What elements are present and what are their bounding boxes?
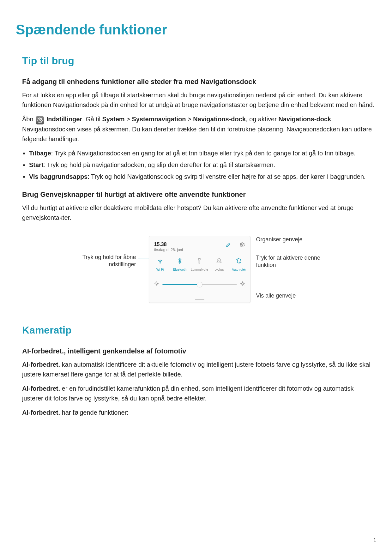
callout-right-show-all: Vis alle genveje	[256, 292, 332, 299]
path-sysnav: Systemnavigation	[132, 116, 186, 123]
bullet-bg-t: : Tryk og hold Navigationsdock og svirp …	[87, 173, 365, 180]
section-tip-heading: Tip til brug	[22, 53, 376, 69]
svg-line-24	[244, 285, 244, 285]
bullet-tilbage-t: : Tryk på Navigationsdocken en gang for …	[51, 150, 356, 157]
ai-p3: AI-forbedret. har følgende funktioner:	[22, 408, 376, 418]
notification-panel: 15.38 tirsdag d. 26. juni Wi-Fi Bluetoot…	[149, 236, 250, 303]
ai-p3-b: AI-forbedret.	[22, 409, 60, 416]
subheading-navdock: Få adgang til enhedens funktioner alle s…	[22, 76, 376, 87]
bullet-baggrund: Vis baggrundsapps: Tryk og hold Navigati…	[29, 172, 376, 182]
callout-left-hold-settings: Tryk og hold for åbne Indstillinger	[57, 254, 136, 268]
wifi-icon	[156, 257, 164, 265]
svg-point-0	[39, 120, 41, 121]
callout-right-organize: Organiser genveje	[256, 236, 332, 243]
quick-tiles-row: Wi-Fi Bluetooth Lommelygte Lydløs Auto-r…	[149, 257, 250, 272]
panel-drag-handle[interactable]	[195, 299, 204, 300]
sun-low-icon	[154, 280, 159, 289]
autorotate-icon	[235, 257, 243, 265]
brightness-knob[interactable]	[197, 282, 202, 287]
navdock-bold: Navigations-dock	[278, 116, 331, 123]
bullet-start: Start: Tryk og hold på navigationsdocken…	[29, 160, 376, 170]
section-camera-heading: Kameratip	[22, 322, 376, 338]
svg-line-17	[158, 282, 158, 282]
tile-silent[interactable]: Lydløs	[210, 257, 228, 272]
svg-line-26	[244, 282, 244, 282]
svg-line-14	[155, 282, 155, 282]
panel-date: tirsdag d. 26. juni	[154, 247, 183, 253]
bullet-start-b: Start	[29, 161, 44, 168]
ai-p2-b: AI-forbedret.	[22, 385, 60, 392]
ai-p2-t: er en forudindstillet kamerafunktion på …	[22, 385, 353, 402]
panel-top-icons	[226, 242, 245, 250]
edit-icon[interactable]	[226, 242, 231, 250]
tile-autorot-label: Auto-rotér	[232, 267, 246, 272]
sun-high-icon	[240, 280, 245, 289]
flashlight-icon	[196, 257, 203, 265]
navdock-bullets: Tilbage: Tryk på Navigationsdocken en ga…	[22, 148, 376, 182]
settings-app-icon	[36, 116, 44, 124]
svg-line-23	[241, 282, 241, 282]
settings-app-name: Indstillinger	[46, 116, 82, 123]
shortcut-panel-diagram: 15.38 tirsdag d. 26. juni Wi-Fi Bluetoot…	[57, 235, 335, 305]
brightness-slider[interactable]	[154, 280, 245, 289]
sep2: >	[186, 116, 193, 123]
navdock-open-paragraph: Åbn Indstillinger. Gå til System > Syste…	[22, 114, 376, 144]
svg-point-5	[241, 244, 243, 246]
shortcuts-paragraph: Vil du hurtigt at aktivere eller deaktiv…	[22, 203, 376, 223]
ai-p2: AI-forbedret. er en forudindstillet kame…	[22, 384, 376, 403]
svg-line-15	[158, 285, 158, 285]
tile-flash-label: Lommelygte	[191, 267, 208, 272]
gear-icon[interactable]	[239, 242, 245, 250]
svg-line-25	[241, 285, 241, 285]
svg-rect-8	[237, 258, 241, 263]
sep1: >	[125, 116, 132, 123]
ai-p1-b: AI-forbedret.	[22, 361, 60, 368]
page-number: 1	[373, 537, 376, 545]
svg-point-9	[156, 283, 157, 284]
bullet-bg-b: Vis baggrundsapps	[29, 173, 87, 180]
tile-wifi[interactable]: Wi-Fi	[151, 257, 169, 272]
tile-silent-label: Lydløs	[214, 267, 224, 272]
bluetooth-icon	[176, 257, 184, 265]
bullet-tilbage: Tilbage: Tryk på Navigationsdocken en ga…	[29, 148, 376, 158]
tile-flashlight[interactable]: Lommelygte	[190, 257, 208, 272]
svg-point-6	[160, 262, 160, 263]
brightness-track[interactable]	[162, 284, 237, 285]
tile-bluetooth[interactable]: Bluetooth	[171, 257, 189, 272]
ai-p1-t: kan automatisk identificere dit aktuelle…	[22, 361, 371, 378]
tile-autorotate[interactable]: Auto-rotér	[230, 257, 248, 272]
bullet-start-t: : Tryk og hold på navigationsdocken, og …	[44, 161, 275, 168]
subheading-shortcuts: Brug Genvejsknapper til hurtigt at aktiv…	[22, 189, 376, 200]
path-system: System	[102, 116, 124, 123]
svg-point-18	[241, 283, 244, 285]
page-title: Spændende funktioner	[16, 19, 376, 40]
open-text-a: . Gå til	[82, 116, 102, 123]
ai-p3-t: har følgende funktioner:	[60, 409, 129, 416]
tile-bt-label: Bluetooth	[173, 267, 186, 272]
tile-wifi-label: Wi-Fi	[156, 267, 164, 272]
subheading-ai-camera: AI-forbedret., intelligent genkendelse a…	[22, 346, 376, 357]
navdock-intro: For at lukke en app eller gå tilbage til…	[22, 90, 376, 110]
callout-right-tap-enable: Tryk for at aktivere denne funktion	[256, 254, 332, 269]
open-prefix: Åbn	[22, 116, 35, 123]
bell-off-icon	[215, 257, 223, 265]
bullet-tilbage-b: Tilbage	[29, 150, 51, 157]
ai-p1: AI-forbedret. kan automatisk identificer…	[22, 360, 376, 379]
open-text-b: , og aktiver	[246, 116, 278, 123]
path-navdock: Navigations-dock	[193, 116, 246, 123]
svg-line-16	[155, 285, 155, 285]
